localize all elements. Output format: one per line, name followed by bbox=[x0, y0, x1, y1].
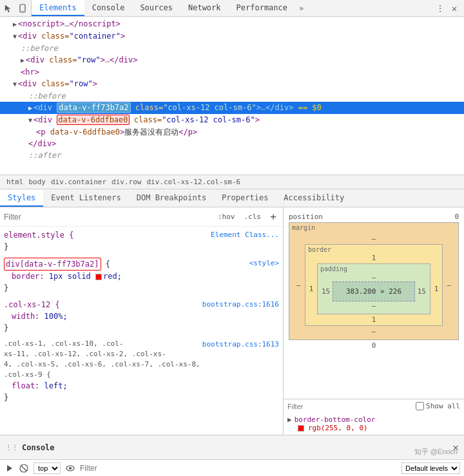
tab-elements[interactable]: Elements bbox=[32, 0, 84, 16]
styles-left-panel: :hov .cls + Element Class... element.sty… bbox=[0, 207, 284, 435]
triangle-icon[interactable]: ▶ bbox=[28, 104, 32, 111]
console-title: Console bbox=[22, 443, 55, 452]
toolbar-tabs: Elements Console Sources Network Perform… bbox=[32, 0, 430, 16]
style-selector-col-xs-12[interactable]: .col-xs-12 { bbox=[4, 300, 60, 309]
devtools-menu-icon[interactable]: ⋮ bbox=[434, 3, 446, 14]
boxmodel-content[interactable]: 383.200 × 226 bbox=[333, 281, 415, 301]
color-swatch-red[interactable] bbox=[95, 274, 102, 280]
boxmodel-area: position 0 margin – – border 1 1 bbox=[284, 207, 464, 399]
more-tabs-button[interactable]: » bbox=[295, 0, 307, 16]
boxmodel-padding-right[interactable]: 15 bbox=[415, 281, 429, 301]
breadcrumb-item-row[interactable]: div.row bbox=[109, 178, 144, 186]
elements-panel: ▶<noscript>…</noscript> ▼<div class="con… bbox=[0, 17, 464, 175]
breadcrumb-item-body[interactable]: body bbox=[26, 178, 49, 186]
boxmodel-border-right[interactable]: 1 bbox=[430, 263, 442, 314]
boxmodel-border-middle: 1 padding – 15 383.200 × 226 15 bbox=[305, 263, 442, 314]
element-line[interactable]: ::before bbox=[0, 43, 464, 54]
style-rule-header2: <style> div[data-v-ff73b7a2] { bbox=[4, 258, 279, 271]
hov-button[interactable]: :hov bbox=[215, 211, 238, 222]
element-line[interactable]: ::before bbox=[0, 90, 464, 102]
triangle-icon[interactable]: ▼ bbox=[28, 117, 32, 124]
boxmodel-padding-left[interactable]: 15 bbox=[319, 281, 333, 301]
boxmodel-margin-right[interactable]: – bbox=[443, 244, 456, 326]
breadcrumb-item-container[interactable]: div.container bbox=[48, 178, 109, 186]
breadcrumb-item-html[interactable]: html bbox=[4, 178, 26, 186]
element-line[interactable]: ▶<div class="row">…</div> bbox=[0, 54, 464, 66]
props-filter-area: Show all bbox=[284, 399, 464, 413]
style-rule-body2: border: 1px solid red; bbox=[4, 271, 279, 282]
add-style-button[interactable]: + bbox=[267, 211, 279, 223]
element-line-selected[interactable]: ▶<div data-v-ff73b7a2 class="col-xs-12 c… bbox=[0, 102, 464, 114]
style-source-bootstrap1[interactable]: bootstrap.css:1616 bbox=[202, 299, 279, 310]
tab-dom-breakpoints[interactable]: DOM Breakpoints bbox=[129, 189, 214, 207]
prop-name-border-bottom-color[interactable]: border-bottom-color bbox=[295, 415, 376, 424]
element-line[interactable]: ::after bbox=[0, 149, 464, 161]
element-line[interactable]: ▼<div class="container"> bbox=[0, 30, 464, 43]
element-line[interactable]: ▼<div class="row"> bbox=[0, 78, 464, 90]
tab-network[interactable]: Network bbox=[180, 0, 229, 16]
show-all-checkbox[interactable] bbox=[416, 402, 424, 410]
props-filter-input[interactable] bbox=[287, 403, 412, 410]
boxmodel-position-value[interactable]: 0 bbox=[454, 213, 459, 221]
tab-console[interactable]: Console bbox=[84, 0, 133, 16]
css-prop-value-row: rgb(255, 0, 0) bbox=[287, 424, 460, 432]
boxmodel-margin-bottom[interactable]: – bbox=[292, 326, 456, 337]
style-rule-header4: bootstrap.css:1613 .col-xs-1, .col-xs-10… bbox=[4, 339, 279, 380]
boxmodel-padding-bottom[interactable]: – bbox=[319, 301, 429, 312]
mobile-icon[interactable] bbox=[17, 3, 28, 14]
main-split: :hov .cls + Element Class... element.sty… bbox=[0, 207, 464, 435]
triangle-icon[interactable]: ▶ bbox=[13, 21, 17, 28]
element-line[interactable]: </div> bbox=[0, 138, 464, 149]
console-filter-input[interactable] bbox=[80, 464, 398, 473]
toolbar-end: ⋮ ✕ bbox=[430, 0, 464, 16]
element-line[interactable]: <hr> bbox=[0, 66, 464, 78]
style-source-tag[interactable]: <style> bbox=[249, 258, 279, 269]
devtools-close-icon[interactable]: ✕ bbox=[449, 3, 460, 14]
style-source-bootstrap2[interactable]: bootstrap.css:1613 bbox=[202, 339, 279, 350]
tab-properties[interactable]: Properties bbox=[214, 189, 276, 207]
style-selector[interactable]: element.style { bbox=[4, 231, 73, 240]
styles-filter-input[interactable] bbox=[4, 213, 211, 222]
tab-styles[interactable]: Styles bbox=[0, 189, 43, 207]
console-context-select[interactable]: top bbox=[34, 462, 61, 474]
style-source-element[interactable]: Element Class... bbox=[211, 229, 279, 241]
cls-button[interactable]: .cls bbox=[242, 211, 264, 222]
console-eye-button[interactable] bbox=[64, 462, 76, 474]
style-rule-header3: bootstrap.css:1616 .col-xs-12 { bbox=[4, 299, 279, 310]
element-line[interactable]: ▼<div data-v-6ddfbae0 class="col-xs-12 c… bbox=[0, 114, 464, 126]
element-line[interactable]: <p data-v-6ddfbae0>服务器没有启动</p> bbox=[0, 126, 464, 138]
breadcrumb: html body div.container div.row div.col-… bbox=[0, 175, 464, 189]
boxmodel-position-label: position bbox=[289, 213, 323, 221]
boxmodel-margin-label: margin bbox=[292, 224, 315, 231]
triangle-icon[interactable]: ▼ bbox=[13, 33, 17, 40]
style-rule-highlighted: <style> div[data-v-ff73b7a2] { border: 1… bbox=[4, 258, 279, 294]
boxmodel-margin-left[interactable]: – bbox=[292, 244, 305, 326]
boxmodel-zero-row: 0 bbox=[289, 341, 459, 350]
boxmodel-border-left[interactable]: 1 bbox=[305, 263, 317, 314]
tab-sources[interactable]: Sources bbox=[132, 0, 180, 16]
console-level-select[interactable]: Default levels bbox=[401, 462, 460, 474]
style-selector-highlighted[interactable]: div[data-v-ff73b7a2] { bbox=[4, 260, 110, 269]
cursor-icon[interactable] bbox=[3, 3, 14, 14]
triangle-icon[interactable]: ▼ bbox=[13, 81, 17, 88]
styles-filter-bar: :hov .cls + bbox=[0, 207, 283, 227]
boxmodel-padding: padding – 15 383.200 × 226 15 – bbox=[317, 263, 430, 314]
triangle-icon[interactable]: ▶ bbox=[21, 57, 24, 64]
color-swatch-prop[interactable] bbox=[298, 425, 304, 432]
element-line[interactable]: ▶<noscript>…</noscript> bbox=[0, 18, 464, 30]
breadcrumb-item-col[interactable]: div.col-xs-12.col-sm-6 bbox=[144, 178, 243, 186]
show-all-checkbox-label[interactable]: Show all bbox=[416, 402, 460, 410]
tab-performance[interactable]: Performance bbox=[229, 0, 295, 16]
style-brace: } bbox=[4, 241, 279, 252]
console-bar: ⋮⋮ Console ✕ bbox=[0, 435, 464, 459]
devtools-toolbar: Elements Console Sources Network Perform… bbox=[0, 0, 464, 17]
console-play-button[interactable] bbox=[4, 462, 15, 474]
tab-accessibility[interactable]: Accessibility bbox=[276, 189, 352, 207]
tab-event-listeners[interactable]: Event Listeners bbox=[43, 189, 128, 207]
console-stop-button[interactable] bbox=[18, 462, 30, 474]
console-input-bar: top Default levels bbox=[0, 459, 464, 476]
boxmodel-margin-top[interactable]: – bbox=[292, 225, 456, 244]
boxmodel-border-bottom[interactable]: 1 bbox=[305, 314, 442, 325]
boxmodel-position-row: position 0 bbox=[289, 213, 459, 221]
triangle-icon-prop[interactable]: ▶ bbox=[287, 415, 292, 424]
